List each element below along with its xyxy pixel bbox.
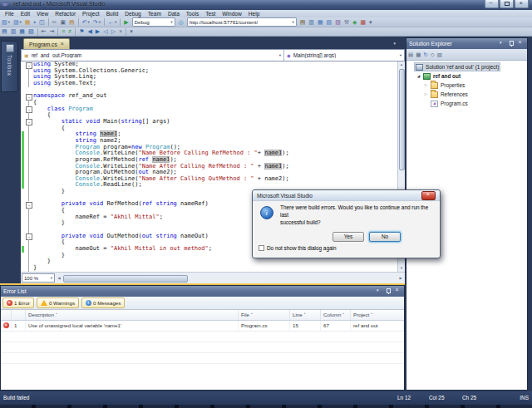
view-code-icon[interactable]: ▧ <box>437 51 442 59</box>
solution-explorer-title-bar[interactable]: Solution Explorer <box>406 38 527 49</box>
horizontal-scroll-thumb[interactable] <box>63 275 188 283</box>
expander-icon[interactable] <box>423 92 429 96</box>
window-position-icon[interactable] <box>375 288 383 295</box>
solution-explorer-icon[interactable]: ▤ <box>299 18 307 27</box>
header-project[interactable]: Project <box>351 310 404 320</box>
menu-edit[interactable]: Edit <box>17 11 33 17</box>
no-button[interactable]: No <box>369 232 401 242</box>
browse-with-icon[interactable]: ◎ <box>178 18 185 27</box>
menu-team[interactable]: Team <box>145 11 165 17</box>
tree-item-references[interactable]: References <box>406 90 527 99</box>
scroll-down-icon[interactable]: ▼ <box>398 265 405 272</box>
clear-bookmarks-icon[interactable]: × <box>118 27 123 36</box>
tree-item-solution[interactable]: Solution 'ref and out' (1 project) <box>406 62 527 71</box>
error-list-title-bar[interactable]: Error List <box>1 286 404 297</box>
menu-project[interactable]: Project <box>79 11 103 17</box>
save-icon[interactable]: ▪ <box>32 18 36 27</box>
next-bookmark-icon[interactable]: ▶ <box>95 27 101 36</box>
previous-bookmark-icon[interactable]: ◀ <box>86 27 92 36</box>
display-member-list-icon[interactable]: ▤ <box>1 27 8 36</box>
menu-refactor[interactable]: Refactor <box>52 11 79 17</box>
auto-hide-pin-icon[interactable] <box>507 40 515 47</box>
undo-icon[interactable]: ↶▾ <box>81 18 91 27</box>
save-all-icon[interactable]: ◫ <box>38 18 46 27</box>
maximize-icon[interactable] <box>500 0 514 8</box>
dialog-title-bar[interactable]: Microsoft Visual Studio <box>253 190 440 201</box>
menu-data[interactable]: Data <box>165 11 183 17</box>
minimize-icon[interactable] <box>485 0 499 8</box>
properties-icon[interactable]: ▤ <box>408 51 413 59</box>
expander-icon[interactable] <box>423 83 429 87</box>
tree-item-properties[interactable]: Properties <box>406 81 527 90</box>
tree-item-project-ref-and-out[interactable]: ref and out <box>406 71 527 81</box>
do-not-show-checkbox[interactable] <box>259 245 264 251</box>
dialog-close-icon[interactable] <box>421 191 436 200</box>
close-icon[interactable] <box>515 0 529 8</box>
previous-bookmark-folder-icon[interactable]: ◁ <box>102 27 108 36</box>
url-combo[interactable]: http://localhost:57761/content/ <box>187 17 297 27</box>
tree-item-program-cs[interactable]: Program.cs <box>406 99 527 108</box>
menu-view[interactable]: View <box>33 11 52 17</box>
start-debugging-icon[interactable]: ▶ <box>123 18 129 27</box>
solution-configuration-combo[interactable]: Debug <box>132 17 175 27</box>
new-project-icon[interactable]: ▧▾ <box>1 18 11 27</box>
redo-icon[interactable]: ↷▾ <box>92 18 101 27</box>
toolbar-options-icon[interactable]: ▾ <box>368 18 373 27</box>
start-page-icon[interactable]: ◈ <box>352 18 357 27</box>
refresh-icon[interactable]: ↻ <box>423 51 427 59</box>
properties-window-icon[interactable]: ▧ <box>326 18 333 27</box>
scroll-up-icon[interactable]: ▲ <box>398 61 405 68</box>
view-class-diagram-icon[interactable]: ◇ <box>431 51 435 59</box>
header-file[interactable]: File <box>239 310 290 320</box>
error-row[interactable]: 1Use of unassigned local variable 'name1… <box>1 321 404 332</box>
team-explorer-icon[interactable]: ▥ <box>308 18 315 27</box>
filter-warnings[interactable]: 0 Warnings <box>37 297 79 308</box>
filter-errors[interactable]: 1 Error <box>2 297 34 308</box>
cut-icon[interactable]: ✂ <box>52 18 58 27</box>
show-all-files-icon[interactable]: ▦ <box>416 51 421 59</box>
active-files-menu-icon[interactable]: ▼ <box>393 42 397 46</box>
editor-zoom-combo[interactable]: 100 % <box>22 273 55 283</box>
close-panel-icon[interactable] <box>393 288 401 295</box>
yes-button[interactable]: Yes <box>332 232 364 242</box>
error-list-window-icon[interactable]: ▩ <box>359 18 367 27</box>
navigate-backward-icon[interactable]: ←▾ <box>107 18 117 27</box>
word-completion-icon[interactable]: ▧ <box>27 27 35 36</box>
menu-help[interactable]: Help <box>245 11 264 17</box>
object-browser-icon[interactable]: ▨ <box>334 18 342 27</box>
quick-info-icon[interactable]: ▦ <box>18 27 26 36</box>
paste-icon[interactable]: ▤ <box>68 18 76 27</box>
increase-indent-icon[interactable]: ⇥ <box>48 27 55 36</box>
editor-horizontal-scrollbar[interactable]: ◀ ▶ <box>56 273 404 283</box>
filter-messages[interactable]: 0 Messages <box>81 297 125 308</box>
menu-build[interactable]: Build <box>103 11 122 17</box>
close-panel-icon[interactable] <box>516 40 525 47</box>
toolbar-overflow-icon[interactable]: ▾ <box>129 27 134 36</box>
uncomment-lines-icon[interactable]: ≠ <box>67 27 72 36</box>
comment-lines-icon[interactable]: ≡ <box>61 27 66 36</box>
header-column[interactable]: Column <box>321 310 351 320</box>
title-bar[interactable]: ∞ ref and out - Microsoft Visual Studio <box>0 0 532 10</box>
header-line[interactable]: Line <box>290 310 321 320</box>
scroll-left-icon[interactable]: ◀ <box>56 274 62 282</box>
header-description[interactable]: Description <box>26 310 239 320</box>
menu-window[interactable]: Window <box>219 11 244 17</box>
next-bookmark-folder-icon[interactable]: ▷ <box>111 27 116 36</box>
menu-tools[interactable]: Tools <box>183 11 202 17</box>
types-combo[interactable]: ▣ ref_and_out.Program <box>22 50 284 61</box>
vertical-scroll-thumb[interactable] <box>399 69 405 170</box>
scroll-right-icon[interactable]: ▶ <box>397 274 404 282</box>
decrease-indent-icon[interactable]: ⇤ <box>41 27 47 36</box>
extension-manager-icon[interactable]: ⚒ <box>343 18 350 27</box>
server-explorer-icon[interactable]: ▦ <box>317 18 324 27</box>
menu-test[interactable]: Test <box>202 11 219 17</box>
copy-icon[interactable]: ▣ <box>59 18 66 27</box>
tab-close-icon[interactable]: × <box>61 42 64 47</box>
toggle-bookmark-icon[interactable]: ⚑ <box>78 27 85 36</box>
open-file-icon[interactable]: ▦ <box>24 18 32 27</box>
add-new-item-icon[interactable]: ▨▾ <box>12 18 22 27</box>
expander-icon[interactable] <box>416 74 421 78</box>
members-combo[interactable]: ◆ Main(string[] args) <box>284 50 404 61</box>
toolbox-tab[interactable]: Toolbox <box>1 41 18 92</box>
menu-file[interactable]: File <box>2 11 17 17</box>
